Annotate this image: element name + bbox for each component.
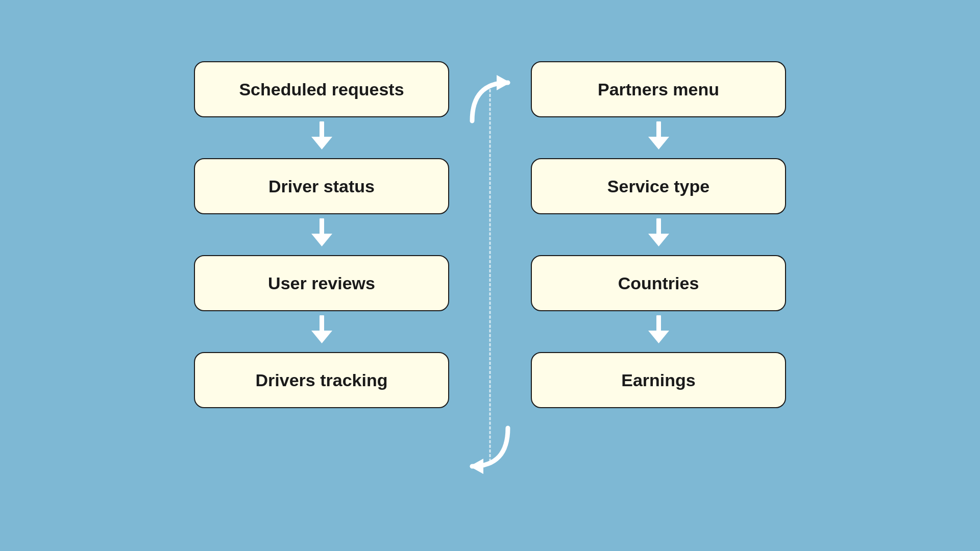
node-user-reviews[interactable]: User reviews [194, 255, 449, 311]
arrow-curve-right [462, 72, 518, 131]
arrow-curve-left [462, 420, 518, 479]
arrow-down-2 [184, 214, 459, 255]
node-driver-status[interactable]: Driver status [194, 158, 449, 214]
node-earnings[interactable]: Earnings [531, 352, 786, 408]
arrow-down-3 [184, 311, 459, 352]
node-countries[interactable]: Countries [531, 255, 786, 311]
arrow-down-right-2 [521, 214, 796, 255]
right-column: Partners menu Service type Countries [521, 61, 796, 408]
node-scheduled-requests[interactable]: Scheduled requests [194, 61, 449, 117]
node-service-type[interactable]: Service type [531, 158, 786, 214]
diagram-container: Scheduled requests Driver status User re… [184, 61, 796, 490]
node-partners-menu[interactable]: Partners menu [531, 61, 786, 117]
vertical-dashed-line [489, 89, 491, 462]
arrow-down-right-1 [521, 117, 796, 158]
center-connector [459, 61, 521, 490]
left-column: Scheduled requests Driver status User re… [184, 61, 459, 408]
arrow-down-right-3 [521, 311, 796, 352]
arrow-down-1 [184, 117, 459, 158]
node-drivers-tracking[interactable]: Drivers tracking [194, 352, 449, 408]
